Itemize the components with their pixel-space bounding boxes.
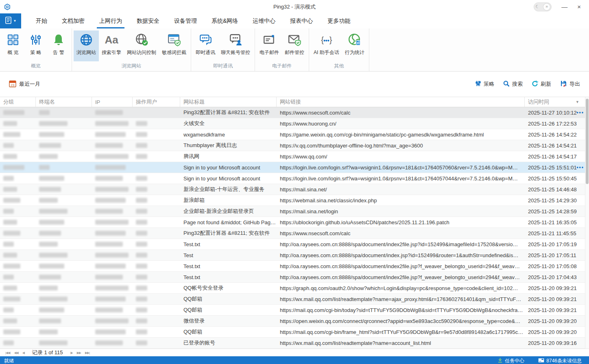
table-row[interactable]: 微信登录https://open.weixin.qq.com/connect/q… (0, 316, 589, 327)
table-row[interactable]: Ping32配置计算器 &#8211; 安在软件https://www.nsec… (0, 228, 589, 239)
file-menu-button[interactable]: ▼ (0, 13, 21, 28)
cell-redacted-ip (92, 294, 133, 304)
download-icon (497, 358, 503, 364)
policy-button[interactable]: 策 略 (24, 30, 47, 61)
redacted-terminal (39, 297, 68, 301)
task-center-button[interactable]: 任务中心 (497, 358, 524, 364)
redacted-terminal (39, 176, 64, 181)
ribbon: 概 览 策 略 告 警 概览 浏览网站 (0, 28, 589, 72)
table-row[interactable]: Sign in to your Microsoft accounthttps:/… (0, 162, 589, 173)
ribbon-group-other: {•••} AI 助手会话 行为统计 其他 (309, 28, 369, 71)
redacted-group (3, 308, 14, 312)
redacted-user (136, 209, 147, 214)
tab-home[interactable]: 开始 (28, 13, 55, 28)
next-page-button[interactable]: ▶ (71, 351, 73, 355)
table-row[interactable]: Test.txthttp://oa.raysees.com.cn:8888/sp… (0, 239, 589, 250)
unread-messages-button[interactable]: 8746条未读信息 (538, 358, 582, 364)
table-row[interactable]: Ping32配置计算器 &#8211; 安在软件https://www.nsec… (0, 107, 589, 118)
tab-report-center[interactable]: 报表中心 (283, 13, 320, 28)
first-page-button[interactable]: |◀◀ (5, 351, 10, 355)
table-row[interactable]: wxgamesdkframehttps://game.weixin.qq.com… (0, 129, 589, 140)
cell-redacted-user (133, 129, 180, 140)
table-row[interactable]: 火绒安全https://www.huorong.cn/2025-11-26 17… (0, 118, 589, 129)
filter-caret-icon[interactable]: ▼ (576, 100, 579, 104)
col-header-ip[interactable]: IP (92, 97, 133, 107)
tab-system-network[interactable]: 系统&网络 (204, 13, 245, 28)
table-row[interactable]: QQ帐号安全登录https://graph.qq.com/oauth2.0/sh… (0, 283, 589, 294)
fast-prev-button[interactable]: ◀◀ (14, 351, 18, 355)
browse-websites-button[interactable]: 浏览网站 (74, 30, 99, 61)
overview-button[interactable]: 概 览 (2, 30, 24, 61)
site-access-control-button[interactable]: 网站访问控制 (124, 30, 159, 61)
table-row[interactable]: 已登录的账号https://wx.mail.qq.com/list/readte… (0, 338, 589, 349)
redacted-user (136, 340, 147, 345)
table-row[interactable]: 新浪企业邮箱-十年运营、专业服务https://mail.sina.net/20… (0, 184, 589, 195)
policy-action-button[interactable]: 策略 (475, 80, 494, 88)
cell-redacted-group (0, 173, 36, 184)
search-engine-button[interactable]: Aa 搜索引擎 (99, 30, 124, 61)
redacted-user (136, 187, 147, 192)
col-header-url[interactable]: 网站链接 (277, 97, 525, 107)
scrollbar-thumb[interactable] (586, 99, 589, 184)
table-row[interactable]: 新浪邮箱https://webmail.sina.net/classic/ind… (0, 195, 589, 206)
cell-site-url: https://wx.mail.qq.com/list/readtemplate… (277, 294, 525, 304)
close-button[interactable]: × (577, 4, 581, 10)
table-row[interactable]: QQ邮箱https://mail.qq.com/cgi-bin/today?si… (0, 305, 589, 316)
behavior-statistics-button[interactable]: 行为统计 (342, 30, 367, 61)
tab-web-behavior[interactable]: 上网行为 (92, 13, 129, 28)
table-row[interactable]: Testhttp://oa.raysees.com.cn:8888/spa/do… (0, 250, 589, 261)
row-actions-ellipsis-icon[interactable]: ••• (576, 162, 584, 173)
table-row[interactable]: Sign in to your Microsoft accounthttps:/… (0, 173, 589, 184)
theme-toggle[interactable]: ☾ ☀ (534, 2, 552, 11)
ai-assistant-session-button[interactable]: {•••} AI 助手会话 (311, 30, 342, 61)
date-range-filter[interactable]: 23 最近一月 (9, 80, 40, 89)
refresh-icon (532, 80, 538, 88)
table-row[interactable]: QQ邮箱https://mail.qq.com/cgi-bin/frame_ht… (0, 327, 589, 338)
instant-messaging-button[interactable]: 即时通讯 (193, 30, 218, 61)
table-row[interactable]: Page not found &middot; GitHub Pag…https… (0, 217, 589, 228)
search-action-button[interactable]: 搜索 (503, 80, 523, 88)
table-row[interactable]: Test.txthttp://oa.raysees.com.cn:8888/sp… (0, 261, 589, 272)
tab-device-management[interactable]: 设备管理 (167, 13, 204, 28)
cell-site-title: Page not found &middot; GitHub Pag… (180, 217, 277, 228)
refresh-action-button[interactable]: 刷新 (532, 80, 551, 88)
col-header-user[interactable]: 操作用户 (133, 97, 180, 107)
row-actions-ellipsis-icon[interactable]: ••• (576, 107, 584, 118)
mail-control-button[interactable]: 邮件管控 (282, 30, 307, 61)
tab-data-security[interactable]: 数据安全 (129, 13, 167, 28)
redacted-ip (95, 143, 123, 148)
col-header-title[interactable]: 网站标题 (180, 97, 277, 107)
tab-doc-encryption[interactable]: 文档加密 (55, 13, 92, 28)
export-action-button[interactable]: 导出 (560, 80, 580, 88)
table-row[interactable]: Test.txthttp://oa.raysees.com.cn:8888/sp… (0, 272, 589, 283)
chat-account-control-button[interactable]: 聊天账号管控 (218, 30, 253, 61)
col-header-terminal[interactable]: 终端名 (36, 97, 92, 107)
col-header-group[interactable]: 分组 (0, 97, 36, 107)
redacted-user (136, 231, 147, 236)
vertical-scrollbar[interactable] (585, 97, 589, 349)
redacted-user (136, 329, 147, 334)
alert-button[interactable]: 告 警 (47, 30, 70, 61)
tab-more-features[interactable]: 更多功能 (320, 13, 358, 28)
col-header-time[interactable]: 访问时间 ▼ (525, 97, 585, 107)
table-row[interactable]: 腾讯网https://www.qq.com/2025-11-26 14:54:1… (0, 151, 589, 162)
tab-ops-center[interactable]: 运维中心 (245, 13, 283, 28)
prev-page-button[interactable]: ◀ (22, 351, 24, 355)
minimize-button[interactable]: — (561, 4, 567, 10)
statusbar: 就绪 任务中心 8746条未读信息 (0, 356, 589, 364)
cell-redacted-group (0, 338, 36, 348)
cell-visit-time: 2025-11-25 14:28:59 (525, 206, 585, 217)
redacted-ip (95, 340, 123, 345)
last-page-button[interactable]: ▶▶| (85, 351, 89, 355)
email-button[interactable]: 电子邮件 (257, 30, 282, 61)
cell-redacted-ip (92, 173, 133, 184)
table-row[interactable]: 企业邮箱-新浪企业邮箱登录页https://mail.sina.net/logi… (0, 206, 589, 217)
table-row[interactable]: Thumbplayer 离线日志https://v.qq.com/thumbpl… (0, 140, 589, 151)
cell-visit-time: 2025-11-20 09:39:21 (525, 283, 585, 293)
sensitive-word-block-button[interactable]: 敏感词拦截 (159, 30, 189, 61)
table-row[interactable]: QQ邮箱https://wx.mail.qq.com/list/readtemp… (0, 294, 589, 305)
fast-next-button[interactable]: ▶▶ (77, 351, 81, 355)
cell-site-title: Test.txt (180, 261, 277, 271)
cell-redacted-group (0, 228, 36, 238)
cell-redacted-group (0, 261, 36, 271)
